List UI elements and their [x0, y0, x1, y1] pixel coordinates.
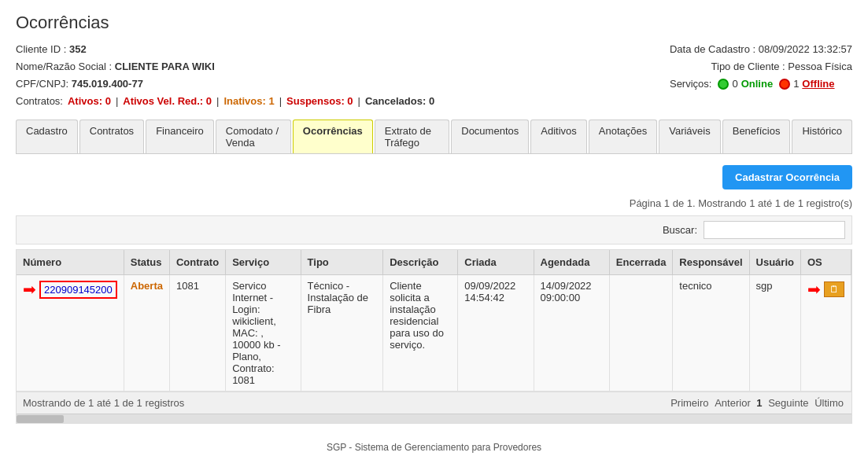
anterior-link[interactable]: Anterior — [715, 397, 751, 409]
page-footer: SGP - Sistema de Gerenciamento para Prov… — [16, 439, 852, 456]
cadastrar-ocorrencia-button[interactable]: Cadastrar Ocorrência — [722, 165, 852, 189]
cancelados-link[interactable]: Cancelados: 0 — [365, 93, 434, 110]
encerrada-cell — [609, 275, 673, 392]
search-label: Buscar: — [663, 224, 697, 236]
col-header-criada: Criada — [458, 250, 534, 275]
client-name-label: Nome/Razão Social : — [16, 61, 112, 72]
client-id-value: 352 — [69, 43, 87, 55]
status-cell: Aberta — [124, 275, 169, 392]
footer-line1: SGP - Sistema de Gerenciamento para Prov… — [16, 439, 852, 455]
table-row: ➡ 220909145200 Aberta1081Servico Interne… — [17, 275, 851, 392]
ultimo-link[interactable]: Último — [814, 397, 844, 409]
suspensos-link[interactable]: Suspensos: 0 — [286, 93, 353, 110]
arrow-os-icon: ➡ — [807, 280, 821, 299]
data-cadastro-label: Data de Cadastro : — [670, 43, 755, 55]
col-header-contrato: Contrato — [169, 250, 225, 275]
tab-comodato[interactable]: Comodato / Venda — [216, 120, 291, 153]
action-bar: Cadastrar Ocorrência — [16, 165, 852, 189]
client-doc-label: CPF/CNPJ: — [16, 78, 68, 90]
contracts-row: Contratos: Ativos: 0 | Ativos Vel. Red.:… — [16, 93, 434, 110]
footer-pagination: Mostrando de 1 até 1 de 1 registros Prim… — [17, 392, 851, 414]
arrow-left-icon: ➡ — [23, 280, 36, 299]
online-count: 0 — [732, 75, 737, 93]
tipo-cliente-label: Tipo de Cliente : — [711, 61, 785, 72]
online-dot — [718, 79, 729, 90]
tab-beneficios[interactable]: Benefícios — [722, 120, 791, 153]
agendada-cell: 14/09/2022 09:00:00 — [534, 275, 609, 392]
search-input[interactable] — [704, 221, 845, 239]
tab-variaveis[interactable]: Variáveis — [659, 120, 721, 153]
contrato-cell: 1081 — [169, 275, 225, 392]
col-header-encerrada: Encerrada — [609, 250, 673, 275]
numero-cell: ➡ 220909145200 — [17, 275, 124, 392]
usuario-cell: sgp — [749, 275, 800, 392]
col-header-agendada: Agendada — [534, 250, 609, 275]
search-bar: Buscar: — [16, 215, 852, 245]
col-header-serviço: Serviço — [226, 250, 301, 275]
col-header-usuário: Usuário — [749, 250, 800, 275]
inativos-link[interactable]: Inativos: 1 — [223, 93, 274, 110]
client-doc-value: 745.019.400-77 — [72, 78, 143, 90]
tab-aditivos[interactable]: Aditivos — [530, 120, 587, 153]
client-name-row: Nome/Razão Social : CLIENTE PARA WIKI — [16, 58, 434, 75]
tab-financeiro[interactable]: Financeiro — [146, 120, 214, 153]
data-cadastro-value: 08/09/2022 13:32:57 — [759, 43, 852, 55]
primeiro-link[interactable]: Primeiro — [670, 397, 708, 409]
seguinte-link[interactable]: Seguinte — [768, 397, 808, 409]
footer-records: Mostrando de 1 até 1 de 1 registros — [23, 397, 184, 409]
client-name-value: CLIENTE PARA WIKI — [115, 61, 215, 72]
offline-label: Offline — [802, 75, 834, 93]
servico-cell: Servico Internet - Login: wikiclient, MA… — [226, 275, 301, 392]
offline-badge: 1 Offline — [779, 75, 834, 93]
online-badge: 0 Online — [718, 75, 773, 93]
os-button[interactable]: 🗒 — [824, 281, 844, 297]
client-info: Cliente ID : 352 Nome/Razão Social : CLI… — [16, 41, 852, 110]
client-doc-row: CPF/CNPJ: 745.019.400-77 — [16, 75, 434, 93]
current-page: 1 — [756, 397, 762, 409]
tipo-cliente-value: Pessoa Física — [788, 61, 852, 72]
table-wrapper: NúmeroStatusContratoServiçoTipoDescrição… — [16, 249, 852, 424]
servicos-label: Serviços: — [670, 75, 711, 93]
ativos-vel-link[interactable]: Ativos Vel. Red.: 0 — [123, 93, 212, 110]
descricao-cell: Cliente solicita a instalação residencia… — [383, 275, 458, 392]
col-header-tipo: Tipo — [301, 250, 383, 275]
client-left: Cliente ID : 352 Nome/Razão Social : CLI… — [16, 41, 434, 110]
table-body: ➡ 220909145200 Aberta1081Servico Interne… — [17, 275, 851, 392]
client-id-label: Cliente ID : — [16, 43, 66, 55]
contracts-label: Contratos: — [16, 93, 63, 110]
col-header-descrição: Descrição — [383, 250, 458, 275]
pagination-text: Página 1 de 1. Mostrando 1 até 1 de 1 re… — [630, 197, 852, 209]
occurrence-number-link[interactable]: 220909145200 — [39, 281, 117, 299]
tab-documentos[interactable]: Documentos — [451, 120, 529, 153]
col-header-os: OS — [800, 250, 851, 275]
tab-contratos[interactable]: Contratos — [79, 120, 144, 153]
horizontal-scrollbar[interactable] — [17, 414, 851, 423]
ativos-link[interactable]: Ativos: 0 — [68, 93, 111, 110]
scrollbar-thumb — [17, 415, 64, 423]
status-value: Aberta — [131, 280, 163, 292]
criada-cell: 09/09/2022 14:54:42 — [458, 275, 534, 392]
tab-ocorrencias[interactable]: Ocorrências — [293, 120, 373, 153]
pagination-links: Primeiro Anterior 1 Seguinte Último — [669, 397, 845, 409]
col-header-status: Status — [124, 250, 169, 275]
col-header-responsável: Responsável — [673, 250, 749, 275]
page-title: Ocorrências — [16, 13, 852, 33]
tipo-cliente-row: Tipo de Cliente : Pessoa Física — [670, 58, 852, 75]
responsavel-cell: tecnico — [673, 275, 749, 392]
online-label: Online — [741, 75, 773, 93]
col-header-número: Número — [17, 250, 124, 275]
pagination-info: Página 1 de 1. Mostrando 1 até 1 de 1 re… — [16, 197, 852, 209]
tipo-cell: Técnico - Instalação de Fibra — [301, 275, 383, 392]
tabs-row: CadastroContratosFinanceiroComodato / Ve… — [16, 120, 852, 154]
table-header-row: NúmeroStatusContratoServiçoTipoDescrição… — [17, 250, 851, 275]
tab-extrato[interactable]: Extrato de Tráfego — [375, 120, 450, 153]
occurrences-table: NúmeroStatusContratoServiçoTipoDescrição… — [17, 250, 851, 392]
offline-dot — [779, 79, 790, 90]
tab-anotacoes[interactable]: Anotações — [589, 120, 657, 153]
tab-cadastro[interactable]: Cadastro — [16, 120, 78, 153]
os-cell: ➡ 🗒 — [800, 275, 851, 392]
client-id-row: Cliente ID : 352 — [16, 41, 434, 58]
offline-count: 1 — [793, 75, 799, 93]
tab-historico[interactable]: Histórico — [792, 120, 852, 153]
client-right: Data de Cadastro : 08/09/2022 13:32:57 T… — [670, 41, 852, 110]
